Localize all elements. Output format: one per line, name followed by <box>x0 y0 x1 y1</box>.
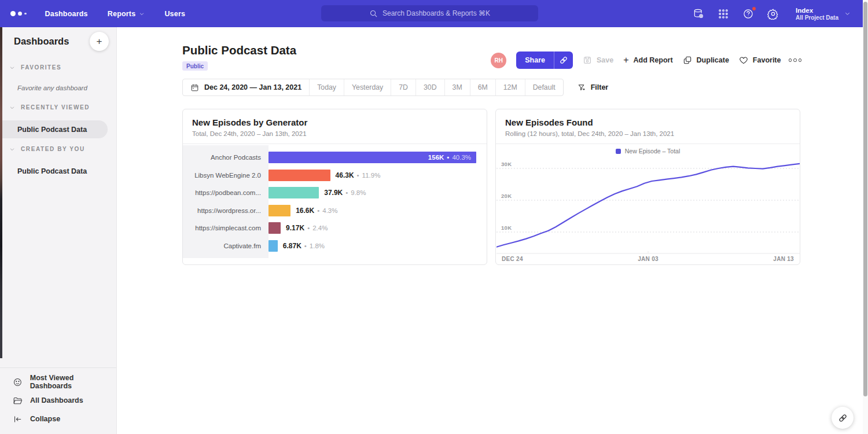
bar[interactable] <box>269 205 290 216</box>
add-report-button[interactable]: + Add Report <box>623 55 672 65</box>
date-range-button[interactable]: Dec 24, 2020 — Jan 13, 2021 <box>183 79 310 95</box>
plus-icon: + <box>623 55 628 65</box>
section-recently-viewed[interactable]: RECENTLY VIEWED <box>0 104 116 111</box>
filter-funnel-icon <box>578 83 586 92</box>
nav-users[interactable]: Users <box>164 10 185 18</box>
x-axis-labels: DEC 24 JAN 03 JAN 13 <box>496 256 799 262</box>
sidebar-title: Dashboards <box>14 36 69 47</box>
sidebar: Dashboards + FAVORITES Favorite any dash… <box>0 27 117 434</box>
chevron-down-icon <box>9 65 15 71</box>
search-icon <box>369 9 378 18</box>
x-tick-jan03: JAN 03 <box>638 256 659 262</box>
bar[interactable] <box>269 170 330 181</box>
bar-chart-plot: Anchor Podcasts156K•40.3%Libsyn WebEngin… <box>183 145 487 264</box>
bar-row[interactable]: https://wordpress.or...16.6K•4.3% <box>183 202 487 220</box>
most-viewed-dashboards-button[interactable]: Most Viewed Dashboards <box>0 373 116 391</box>
search-placeholder: Search Dashboards & Reports ⌘K <box>382 9 490 17</box>
filter-button[interactable]: Filter <box>578 83 609 92</box>
apps-grid-icon[interactable] <box>718 8 729 20</box>
date-range-control: Dec 24, 2020 — Jan 13, 2021 TodayYesterd… <box>182 79 564 96</box>
project-name: Index <box>796 7 838 14</box>
preset-today[interactable]: Today <box>310 79 344 95</box>
line-chart-plot[interactable]: 30K 20K 10K <box>496 156 800 254</box>
x-tick-jan13: JAN 13 <box>773 256 794 262</box>
background-window-edge <box>0 27 2 358</box>
avatar[interactable]: RH <box>491 53 506 68</box>
sidebar-footer: Most Viewed Dashboards All Dashboards Co… <box>0 367 116 434</box>
preset-30d[interactable]: 30D <box>416 79 445 95</box>
bar[interactable] <box>269 240 278 252</box>
legend-label: New Episode – Total <box>625 148 681 155</box>
duplicate-button[interactable]: Duplicate <box>683 56 729 65</box>
copy-link-button[interactable] <box>554 52 573 69</box>
chevron-down-icon <box>9 146 15 152</box>
y-tick-10k: 10K <box>501 225 512 231</box>
bar-category-label: Libsyn WebEngine 2.0 <box>183 172 269 179</box>
bar-row[interactable]: https://podbean.com...37.9K•9.8% <box>183 184 487 202</box>
bar[interactable]: 156K•40.3% <box>269 152 476 163</box>
preset-default[interactable]: Default <box>525 79 563 95</box>
preset-3m[interactable]: 3M <box>445 79 470 95</box>
save-button[interactable]: Save <box>583 56 613 65</box>
chevron-down-icon <box>9 105 15 111</box>
save-icon <box>583 56 592 65</box>
collapse-sidebar-button[interactable]: Collapse <box>0 410 116 428</box>
top-navbar: Dashboards Reports Users Search Dashboar… <box>0 0 868 27</box>
preset-12m[interactable]: 12M <box>496 79 525 95</box>
bar-value-label: 46.3K•11.9% <box>336 170 381 181</box>
bar-row[interactable]: https://simplecast.com9.17K•2.4% <box>183 219 487 237</box>
bar-category-label: Anchor Podcasts <box>183 154 269 161</box>
nav-dashboards[interactable]: Dashboards <box>45 10 88 18</box>
chevron-down-icon <box>844 10 851 17</box>
bar[interactable] <box>269 222 281 234</box>
settings-gear-icon[interactable] <box>767 8 779 20</box>
smiley-icon <box>13 377 23 387</box>
data-sources-icon[interactable] <box>693 8 704 20</box>
section-favorites[interactable]: FAVORITES <box>0 64 116 71</box>
preset-7d[interactable]: 7D <box>391 79 416 95</box>
all-dashboards-button[interactable]: All Dashboards <box>0 391 116 410</box>
scrollbar-thumb[interactable] <box>863 2 867 396</box>
date-toolbar: Dec 24, 2020 — Jan 13, 2021 TodayYesterd… <box>182 79 608 96</box>
bar-row[interactable]: Libsyn WebEngine 2.046.3K•11.9% <box>183 167 487 185</box>
sidebar-item-public-podcast-data[interactable]: Public Podcast Data <box>0 120 108 138</box>
favorite-button[interactable]: Favorite <box>739 56 781 65</box>
bar-chart-title[interactable]: New Episodes by Generator <box>192 117 477 127</box>
bar-row[interactable]: Captivate.fm6.87K•1.8% <box>183 237 487 255</box>
bar-category-label: https://simplecast.com <box>183 225 269 231</box>
nav-reports[interactable]: Reports <box>108 10 145 18</box>
preset-6m[interactable]: 6M <box>470 79 496 95</box>
line-chart-card: New Episodes Found Rolling (12 hours), t… <box>495 109 800 265</box>
line-series[interactable] <box>496 164 800 247</box>
y-tick-30k: 30K <box>501 161 512 167</box>
calendar-icon <box>190 83 199 92</box>
help-icon[interactable] <box>742 8 754 20</box>
bar[interactable] <box>269 187 319 198</box>
legend-swatch <box>616 149 621 154</box>
link-icon <box>559 56 568 65</box>
app-logo[interactable] <box>10 11 27 16</box>
bar-chart-card: New Episodes by Generator Total, Dec 24t… <box>182 109 487 265</box>
search-input[interactable]: Search Dashboards & Reports ⌘K <box>321 5 538 21</box>
bar-value-label: 9.17K•2.4% <box>286 222 328 234</box>
sidebar-item-public-podcast-data-created[interactable]: Public Podcast Data <box>0 162 108 180</box>
share-button[interactable]: Share <box>516 52 573 69</box>
preset-yesterday[interactable]: Yesterday <box>344 79 391 95</box>
bar-row[interactable]: Anchor Podcasts156K•40.3% <box>183 149 487 167</box>
bar-value-label: 16.6K•4.3% <box>296 205 337 216</box>
section-created-by-you[interactable]: CREATED BY YOU <box>0 146 116 152</box>
bar-value-label: 37.9K•9.8% <box>324 187 366 198</box>
visibility-badge: Public <box>182 61 208 71</box>
line-chart-title[interactable]: New Episodes Found <box>505 117 790 127</box>
chevron-down-icon <box>139 11 145 17</box>
header-actions: RH Share Save + Add Report Duplicate Fav… <box>491 52 801 69</box>
project-picker[interactable]: Index All Project Data <box>796 7 851 21</box>
legend[interactable]: New Episode – Total <box>496 148 800 155</box>
bar-category-label: https://wordpress.or... <box>183 207 269 214</box>
link-icon <box>838 413 848 423</box>
new-dashboard-button[interactable]: + <box>90 32 109 51</box>
bar-category-label: https://podbean.com... <box>183 189 269 196</box>
share-link-fab[interactable] <box>832 407 854 429</box>
page-title: Public Podcast Data <box>182 43 296 57</box>
more-options-button[interactable] <box>789 58 802 62</box>
